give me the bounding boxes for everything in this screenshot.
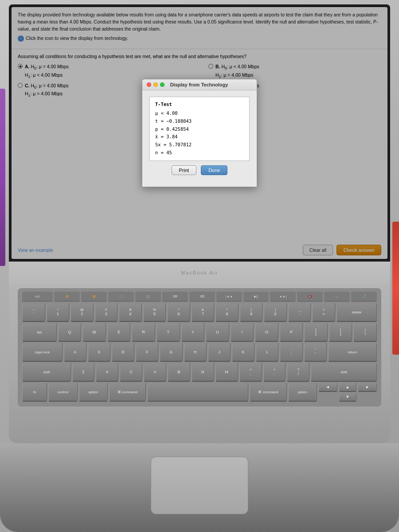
key-x[interactable]: X xyxy=(96,363,118,382)
laptop-body-bar: MacBook Air xyxy=(9,262,390,284)
key-option-left[interactable]: option xyxy=(79,383,108,402)
key-i[interactable]: I xyxy=(231,323,254,342)
key-h[interactable]: H xyxy=(184,343,207,362)
key-cmd-left[interactable]: ⌘ command xyxy=(109,383,146,402)
ttest-title: T-Test xyxy=(155,101,244,109)
key-4[interactable]: $4 xyxy=(119,303,142,322)
key-shift-left[interactable]: shift xyxy=(22,363,71,382)
key-left-bracket[interactable]: {[ xyxy=(304,323,328,342)
key-slash[interactable]: ?/ xyxy=(287,363,309,382)
key-f4[interactable]: ◫ xyxy=(135,292,161,301)
key-5[interactable]: %5 xyxy=(143,303,166,322)
modal-maximize-button[interactable] xyxy=(160,82,164,87)
key-w[interactable]: W xyxy=(82,323,106,342)
key-v[interactable]: V xyxy=(144,363,166,382)
key-b[interactable]: B xyxy=(168,363,190,382)
key-8[interactable]: *8 xyxy=(215,303,239,322)
key-s[interactable]: S xyxy=(88,343,110,362)
key-delete[interactable]: delete xyxy=(336,303,377,322)
key-caps[interactable]: caps lock xyxy=(22,343,63,362)
key-f3[interactable]: ⬚ xyxy=(108,292,134,301)
key-m[interactable]: M xyxy=(215,363,238,382)
key-equals[interactable]: += xyxy=(312,303,335,322)
key-9[interactable]: (9 xyxy=(240,303,263,322)
key-n[interactable]: N xyxy=(192,363,214,382)
modifier-row: fn control option ⌘ command ⌘ command op… xyxy=(22,383,377,402)
key-c[interactable]: C xyxy=(120,363,142,382)
key-f10[interactable]: 🔇 xyxy=(297,292,323,301)
key-k[interactable]: K xyxy=(232,343,254,362)
ttest-line6: n = 45 xyxy=(155,149,244,157)
key-2[interactable]: @2 xyxy=(70,303,94,322)
key-quote[interactable]: "' xyxy=(304,343,327,362)
key-l[interactable]: L xyxy=(256,343,278,362)
key-f9[interactable]: ►►| xyxy=(270,292,296,301)
key-shift-right[interactable]: shift xyxy=(311,363,377,382)
side-decoration-right xyxy=(392,222,399,355)
key-7[interactable]: &7 xyxy=(192,303,215,322)
key-tab[interactable]: tab xyxy=(22,323,57,342)
key-minus[interactable]: _- xyxy=(288,303,311,322)
key-u[interactable]: U xyxy=(206,323,229,342)
key-f8[interactable]: ▶|| xyxy=(243,292,269,301)
key-1[interactable]: !1 xyxy=(47,303,70,322)
key-space[interactable] xyxy=(147,383,248,402)
key-ctrl[interactable]: control xyxy=(48,383,77,402)
key-3[interactable]: #3 xyxy=(95,303,118,322)
key-z[interactable]: Z xyxy=(72,363,95,382)
key-period[interactable]: >. xyxy=(263,363,286,382)
done-button[interactable]: Done xyxy=(201,165,227,175)
key-arrow-down[interactable]: ▼ xyxy=(339,393,357,402)
key-fn[interactable]: fn xyxy=(22,383,47,402)
key-semicolon[interactable]: :; xyxy=(280,343,302,362)
key-right-bracket[interactable]: }] xyxy=(329,323,352,342)
key-q[interactable]: Q xyxy=(58,323,82,342)
key-0[interactable]: )0 xyxy=(264,303,287,322)
key-f5[interactable]: ⌨ xyxy=(162,292,188,301)
key-backslash[interactable]: |\ xyxy=(353,323,377,342)
side-decoration-left xyxy=(0,89,5,266)
key-backtick[interactable]: ~` xyxy=(22,303,45,322)
key-arrow-left[interactable]: ◄ xyxy=(318,383,337,392)
key-esc[interactable]: esc xyxy=(22,292,53,301)
modal-overlay: Display from Technology T-Test μ < 4.00 … xyxy=(12,7,387,259)
ttest-line5: Sx = 5.707812 xyxy=(155,141,244,149)
key-arrow-right[interactable]: ► xyxy=(358,383,377,392)
modal-minimize-button[interactable] xyxy=(153,82,158,87)
key-r[interactable]: R xyxy=(132,323,155,342)
modal-close-button[interactable] xyxy=(147,82,151,87)
modal-window-controls xyxy=(147,82,164,87)
qwerty-row: tab Q W E R T Y U I O P {[ }] |\ xyxy=(22,323,377,342)
key-f12[interactable]: 🔊 xyxy=(351,292,377,301)
key-f[interactable]: F xyxy=(136,343,158,362)
key-arrow-up[interactable]: ▲ xyxy=(339,383,357,392)
number-row: ~` !1 @2 #3 $4 %5 ^6 &7 *8 (9 )0 _- += d… xyxy=(22,303,377,322)
key-e[interactable]: E xyxy=(107,323,131,342)
key-cmd-right[interactable]: ⌘ command xyxy=(250,383,286,402)
key-p[interactable]: P xyxy=(280,323,303,342)
key-f1[interactable]: 🔅 xyxy=(54,292,80,301)
ttest-line2: t = −0.188043 xyxy=(155,117,244,125)
screen: The display provided from technology ava… xyxy=(12,7,387,259)
key-j[interactable]: J xyxy=(208,343,231,362)
key-t[interactable]: T xyxy=(156,323,180,342)
key-f7[interactable]: |◄◄ xyxy=(216,292,242,301)
key-y[interactable]: Y xyxy=(181,323,205,342)
macbook-label: MacBook Air xyxy=(181,270,218,275)
key-a[interactable]: A xyxy=(64,343,86,362)
key-comma[interactable]: <, xyxy=(239,363,262,382)
trackpad[interactable] xyxy=(151,457,248,514)
key-return[interactable]: return xyxy=(328,343,377,362)
key-option-right[interactable]: option xyxy=(288,383,317,402)
modal-content: T-Test μ < 4.00 t = −0.188043 p = 0.4258… xyxy=(142,90,257,187)
key-f11[interactable]: 🔉 xyxy=(324,292,350,301)
ttest-box: T-Test μ < 4.00 t = −0.188043 p = 0.4258… xyxy=(149,97,250,161)
print-button[interactable]: Print xyxy=(172,165,197,175)
key-f6[interactable]: ⌨ xyxy=(189,292,215,301)
modal-title: Display from Technology xyxy=(170,82,228,87)
key-g[interactable]: G xyxy=(160,343,182,362)
key-d[interactable]: D xyxy=(112,343,134,362)
key-6[interactable]: ^6 xyxy=(167,303,190,322)
key-o[interactable]: O xyxy=(255,323,278,342)
key-f2[interactable]: 🔆 xyxy=(81,292,107,301)
